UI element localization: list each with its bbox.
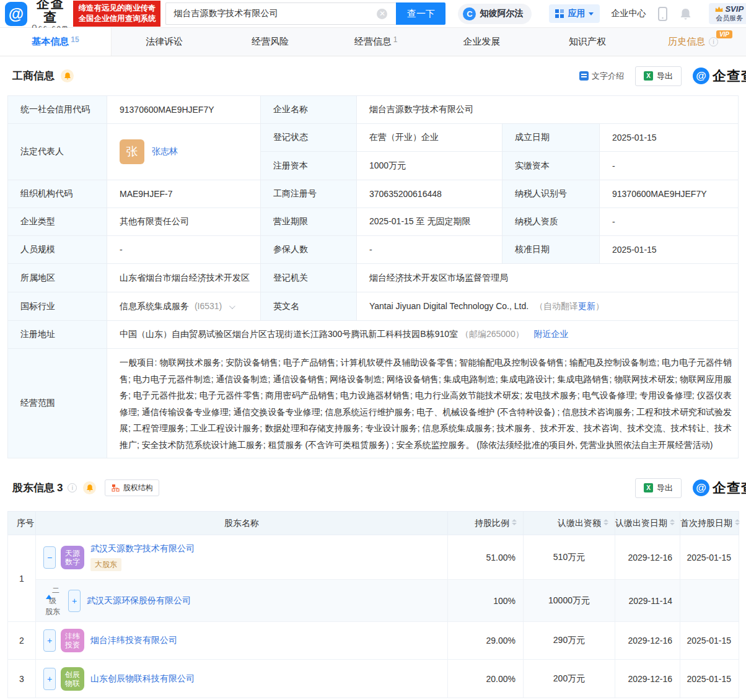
tab-company-development[interactable]: 企业发展 <box>429 28 535 56</box>
export-button[interactable]: X 导出 <box>635 478 682 498</box>
shareholder-link[interactable]: 武汉天源环保股份有限公司 <box>87 595 191 606</box>
col-subscribed-amount[interactable]: 认缴出资额 <box>524 512 615 535</box>
subscribed-date: 2029-12-16 <box>615 622 680 660</box>
legal-rep-link[interactable]: 张志林 <box>152 146 178 157</box>
shareholder-avatar: 创辰物联 <box>61 667 84 691</box>
apps-label: 应用 <box>568 8 585 19</box>
shareholder-link[interactable]: 山东创辰物联科技有限公司 <box>90 673 195 683</box>
field-label: 经营范围 <box>8 349 107 458</box>
search-input[interactable] <box>165 2 396 25</box>
tab-intellectual-property[interactable]: 知识产权 <box>535 28 641 56</box>
section-tools: 文字介绍 X 导出 <box>579 66 682 86</box>
org-chart-icon <box>112 484 120 492</box>
svip-member-badge[interactable]: SVIP 会员服务 <box>709 3 746 24</box>
slogan-banner: 缔造有远见的商业传奇 全国企业信用查询系统 <box>73 1 160 27</box>
address-postal: （邮编265000） <box>460 329 524 339</box>
field-value: 2025-01-15 <box>600 124 739 152</box>
expand-button[interactable]: + <box>43 668 56 690</box>
field-label: 营业期限 <box>261 208 357 236</box>
major-shareholder-tag: 大股东 <box>90 558 121 571</box>
subscribed-date: 2029-12-16 <box>615 660 680 698</box>
tab-legal-lawsuits[interactable]: 法律诉讼 <box>112 28 217 56</box>
text-intro-icon <box>579 71 589 81</box>
logo-title: 企查查 <box>31 0 71 24</box>
subscribed-date: 2029-11-14 <box>615 580 680 622</box>
tab-label: 经营信息 <box>354 36 392 48</box>
apps-menu-button[interactable]: 应用 <box>549 4 600 23</box>
table-header-row: 序号 股东名称 持股比例 认缴出资额 认缴出资日期 首次持股日期 <box>8 512 739 535</box>
zhibi-alpha-button[interactable]: C 知彼阿尔法 <box>458 4 532 24</box>
tab-label: 企业发展 <box>463 36 500 48</box>
tab-label: 历史信息 <box>668 36 705 48</box>
tab-operation-risk[interactable]: 经营风险 <box>217 28 323 56</box>
field-label: 人员规模 <box>8 236 107 264</box>
collapse-button[interactable]: − <box>43 546 56 569</box>
qcc-home-link[interactable]: @ 企查查 Qcc.com <box>5 0 70 31</box>
qcc-watermark-logo: @ 企查查 <box>693 479 746 497</box>
shareholder-avatar: 沣纬投资 <box>61 629 84 652</box>
expand-button[interactable]: + <box>43 629 56 652</box>
col-share-ratio[interactable]: 持股比例 <box>448 512 524 535</box>
svip-label: SVIP <box>725 5 744 14</box>
nearby-companies-link[interactable]: 附近企业 <box>534 329 569 339</box>
translate-refresh-link[interactable]: 更新 <box>578 301 595 311</box>
secondary-level-marker[interactable]: 二级股东 <box>43 585 62 616</box>
field-label: 法定代表人 <box>8 124 107 180</box>
clear-search-icon[interactable]: ✕ <box>377 9 387 19</box>
tab-label: 基本信息 <box>32 36 69 48</box>
shareholder-link[interactable]: 烟台沣纬投资有限公司 <box>90 635 177 645</box>
field-value: - <box>357 236 502 264</box>
tab-basic-info[interactable]: 基本信息15 <box>0 28 112 56</box>
field-label: 参保人数 <box>261 236 357 264</box>
tab-count: 1 <box>393 35 398 44</box>
field-label: 登记状态 <box>261 124 357 152</box>
field-label: 企业类型 <box>8 208 107 236</box>
field-label: 英文名 <box>261 292 357 321</box>
search-button[interactable]: 查一下 <box>396 2 445 25</box>
tab-operation-info[interactable]: 经营信息1 <box>323 28 429 56</box>
shareholders-count: 3 <box>57 482 63 494</box>
info-icon: i <box>709 37 718 46</box>
chevron-down-icon[interactable] <box>229 303 235 309</box>
industry-value: 信息系统集成服务 <box>120 301 189 311</box>
sort-icon[interactable] <box>512 519 517 525</box>
equity-structure-label: 股权结构 <box>123 483 152 493</box>
subscribed-amount: 510万元 <box>524 535 615 580</box>
expand-button[interactable]: + <box>68 590 81 612</box>
subscribe-bell-icon[interactable] <box>61 69 74 82</box>
legal-rep-cell: 张 张志林 <box>107 124 261 180</box>
mobile-app-icon[interactable] <box>658 7 667 21</box>
col-first-hold-date[interactable]: 首次持股日期 <box>680 512 739 535</box>
english-name-cell: Yantai Jiyuan Digital Technology Co., Lt… <box>357 292 739 321</box>
notifications-bell-icon[interactable] <box>680 7 691 20</box>
col-subscribed-date[interactable]: 认缴出资日期 <box>615 512 680 535</box>
zhibi-alpha-icon: C <box>463 7 476 20</box>
equity-structure-button[interactable]: 股权结构 <box>105 479 159 496</box>
address-cell: 中国（山东）自由贸易试验区烟台片区古现街道长江路300号腾讯新工科科技园B栋91… <box>107 321 739 349</box>
subscribe-bell-icon[interactable] <box>83 481 96 494</box>
row-seq: 2 <box>8 622 36 660</box>
tab-count: 15 <box>71 35 79 44</box>
qcc-logo-icon: @ <box>5 2 27 26</box>
sort-icon[interactable] <box>603 519 608 525</box>
sort-icon[interactable] <box>735 519 740 525</box>
field-value: 1000万元 <box>357 152 502 180</box>
tab-history-info[interactable]: VIP 历史信息 i <box>640 28 746 56</box>
field-value: 在营（开业）企业 <box>357 124 502 152</box>
enterprise-center-link[interactable]: 企业中心 <box>611 8 646 19</box>
text-intro-button[interactable]: 文字介绍 <box>579 71 624 82</box>
shareholder-link[interactable]: 武汉天源数字技术有限公司 <box>90 543 195 553</box>
legal-rep-avatar: 张 <box>120 139 144 164</box>
sort-icon[interactable] <box>670 519 675 525</box>
subscribed-date: 2029-12-16 <box>615 535 680 580</box>
business-info-table: 统一社会信用代码 91370600MAE9HJEF7Y 企业名称 烟台吉源数字技… <box>7 95 739 458</box>
export-button[interactable]: X 导出 <box>635 66 682 86</box>
shareholder-row: 1 − 天源数字 武汉天源数字技术有限公司 大股东 51.00% 510万元 <box>8 535 739 580</box>
industry-cell: 信息系统集成服务 (I6531) <box>107 292 261 321</box>
field-label: 注册地址 <box>8 321 107 349</box>
text-intro-label: 文字介绍 <box>592 71 624 82</box>
qcc-logo-icon: @ <box>693 68 709 84</box>
field-value: 91370600MAE9HJEF7Y <box>107 96 261 124</box>
col-seq: 序号 <box>8 512 36 535</box>
subscribed-amount: 200万元 <box>524 660 615 698</box>
